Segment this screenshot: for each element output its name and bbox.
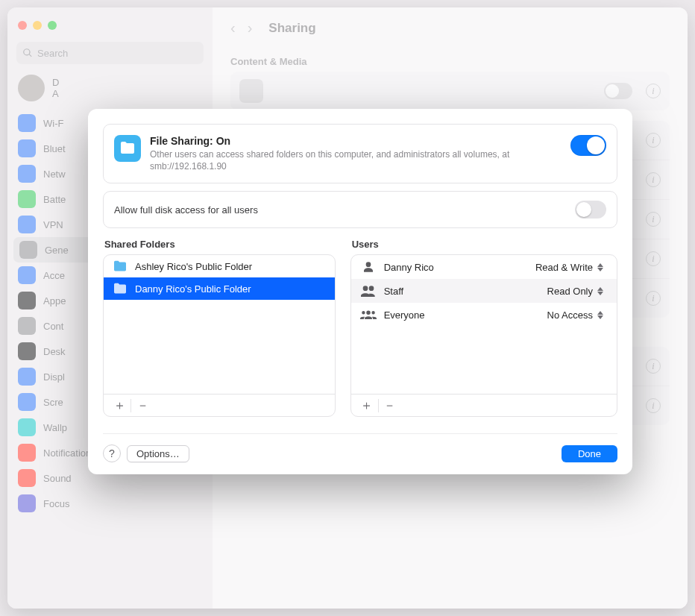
avatar	[18, 75, 45, 101]
search-input[interactable]: Search	[16, 42, 204, 64]
info-icon[interactable]: i	[646, 172, 661, 187]
info-icon[interactable]: i	[646, 359, 661, 374]
user-name: Danny Rico	[384, 262, 528, 273]
file-sharing-icon	[114, 135, 141, 162]
info-icon[interactable]: i	[646, 398, 661, 413]
shared-folders-list[interactable]: Ashley Rico's Public FolderDanny Rico's …	[104, 255, 335, 394]
user-row[interactable]: Danny Rico Read & Write	[351, 255, 617, 279]
full-disk-access-toggle[interactable]	[575, 201, 606, 219]
user-icon	[360, 309, 377, 321]
info-icon[interactable]: i	[646, 212, 661, 227]
sidebar-item-label: Desk	[43, 346, 66, 357]
permission-selector[interactable]: Read & Write	[535, 260, 608, 274]
minimize-window-icon[interactable]	[33, 21, 42, 30]
sidebar-item-label: Netw	[43, 169, 66, 180]
user-name: Staff	[384, 286, 540, 297]
user-icon	[360, 285, 377, 297]
back-icon[interactable]: ‹	[230, 19, 236, 37]
account-row[interactable]: DA	[7, 72, 213, 110]
info-icon[interactable]: i	[646, 251, 661, 266]
sidebar-item-label: Appe	[43, 295, 66, 307]
sidebar-item-icon	[18, 292, 36, 309]
sidebar-item-icon	[19, 241, 37, 259]
sidebar-item-icon	[18, 368, 36, 386]
bg-row: i	[230, 72, 670, 110]
add-folder-button[interactable]: ＋	[110, 397, 129, 415]
section-header: Content & Media	[230, 43, 670, 72]
sidebar-item-label: Sound	[43, 473, 72, 484]
maximize-window-icon[interactable]	[48, 21, 57, 30]
info-icon[interactable]: i	[646, 291, 661, 306]
search-placeholder: Search	[37, 48, 68, 59]
users-list[interactable]: Danny Rico Read & Write Staff Read Only …	[351, 255, 617, 394]
file-sharing-toggle[interactable]	[570, 135, 606, 156]
sidebar-item-label: Focus	[43, 498, 69, 509]
user-row[interactable]: Everyone No Access	[351, 303, 617, 327]
full-disk-access-label: Allow full disk access for all users	[114, 204, 258, 216]
sidebar-item-label: Cont	[43, 321, 63, 332]
help-button[interactable]: ?	[103, 444, 121, 462]
permission-value: Read Only	[547, 286, 593, 297]
sidebar-item-label: Gene	[45, 245, 69, 256]
sidebar-item-icon	[18, 393, 36, 411]
options-button[interactable]: Options…	[127, 445, 189, 462]
account-name: D	[52, 77, 59, 88]
sidebar-item[interactable]: Focus	[7, 491, 213, 516]
shared-folder-row[interactable]: Ashley Rico's Public Folder	[104, 255, 335, 277]
sidebar-item-label: Scre	[43, 397, 63, 408]
sidebar-item-icon	[18, 494, 36, 512]
shared-folder-name: Ashley Rico's Public Folder	[135, 261, 252, 272]
stepper-icon	[597, 260, 608, 274]
sidebar-item-label: Wallp	[43, 422, 67, 433]
sidebar-item-icon	[18, 114, 36, 132]
forward-icon[interactable]: ›	[248, 19, 253, 37]
sidebar-item-icon	[18, 469, 36, 487]
add-user-button[interactable]: ＋	[357, 397, 377, 415]
file-sharing-title: File Sharing: On	[150, 135, 562, 147]
user-icon	[360, 261, 377, 273]
permission-value: No Access	[547, 309, 593, 321]
stepper-icon	[597, 284, 608, 298]
permission-value: Read & Write	[535, 262, 593, 273]
permission-selector[interactable]: Read Only	[547, 284, 608, 298]
sidebar-item-label: Batte	[43, 194, 66, 205]
user-row[interactable]: Staff Read Only	[351, 279, 617, 303]
close-window-icon[interactable]	[18, 21, 27, 30]
sidebar-item-label: VPN	[43, 219, 63, 230]
folder-icon	[113, 283, 128, 295]
done-button[interactable]: Done	[562, 445, 617, 462]
info-icon[interactable]: i	[646, 133, 661, 148]
sidebar-item-icon	[18, 266, 36, 284]
traffic-lights[interactable]	[7, 15, 213, 39]
account-sub: A	[52, 88, 59, 99]
sidebar-item-label: Bluet	[43, 143, 66, 154]
sidebar-item-icon	[18, 444, 36, 462]
stepper-icon	[597, 308, 608, 321]
sidebar-item-label: Wi-F	[43, 118, 63, 129]
page-title: Sharing	[268, 21, 315, 36]
remove-folder-button[interactable]: －	[133, 397, 152, 415]
shared-folder-name: Danny Rico's Public Folder	[135, 283, 251, 295]
shared-folders-header: Shared Folders	[103, 239, 336, 254]
sidebar-item-label: Displ	[43, 371, 65, 383]
shared-folder-row[interactable]: Danny Rico's Public Folder	[104, 277, 335, 300]
sidebar-item-icon	[18, 317, 36, 335]
file-sharing-description: Other users can access shared folders on…	[150, 148, 562, 172]
sidebar-item-icon	[18, 165, 36, 183]
sidebar-item-icon	[18, 342, 36, 360]
permission-selector[interactable]: No Access	[547, 308, 608, 321]
file-sharing-sheet: File Sharing: On Other users can access …	[88, 109, 632, 474]
search-icon	[22, 48, 33, 58]
info-icon[interactable]: i	[646, 84, 661, 98]
user-name: Everyone	[384, 309, 540, 321]
folder-icon	[113, 260, 128, 272]
sidebar-item-label: Acce	[43, 270, 65, 281]
sidebar-item-icon	[18, 216, 36, 233]
sidebar-item-icon	[18, 139, 36, 157]
toggle[interactable]	[604, 83, 632, 99]
sidebar-item-icon	[18, 190, 36, 208]
remove-user-button[interactable]: －	[380, 397, 400, 415]
users-header: Users	[350, 239, 617, 254]
sidebar-item-icon	[18, 418, 36, 436]
